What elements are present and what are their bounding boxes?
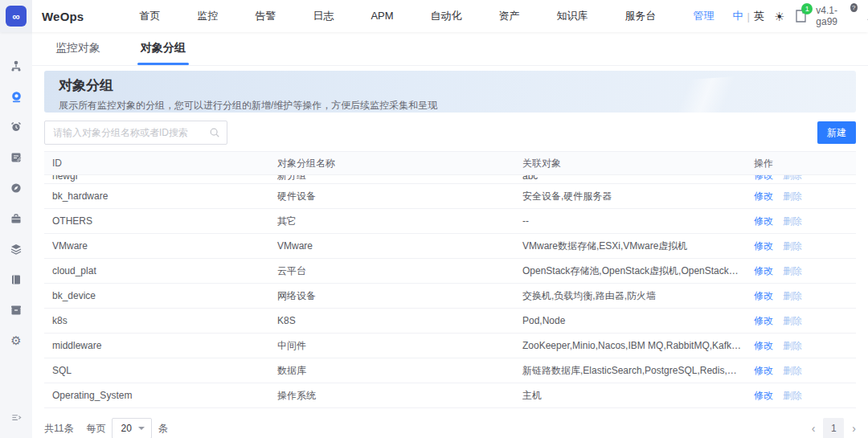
top-nav-item[interactable]: 资产 [481, 0, 538, 32]
sidebar-item-knowledge[interactable] [5, 268, 27, 291]
alarm-clock-icon [10, 121, 23, 133]
col-header-objects: 关联对象 [522, 157, 754, 170]
top-nav-item[interactable]: 服务台 [607, 0, 675, 32]
edit-link[interactable]: 修改 [754, 390, 773, 401]
org-chart-icon [10, 59, 23, 72]
cell-actions: 修改删除 [754, 389, 856, 403]
top-nav: 首页监控告警日志APM自动化资产知识库服务台管理 [121, 0, 732, 32]
per-page-unit: 条 [158, 422, 168, 436]
delete-link[interactable]: 删除 [783, 265, 802, 276]
delete-link[interactable]: 删除 [783, 290, 802, 301]
top-nav-item[interactable]: APM [352, 0, 411, 32]
create-button[interactable]: 新建 [817, 121, 856, 144]
table-row: OTHERS 其它 -- 修改删除 [44, 209, 856, 234]
delete-link[interactable]: 删除 [783, 240, 802, 252]
prev-page-button[interactable]: ‹ [812, 423, 816, 434]
cell-id: bk_hardware [52, 190, 277, 202]
col-header-name: 对象分组名称 [277, 157, 522, 170]
cell-actions: 修改删除 [754, 175, 856, 182]
cell-name: K8S [277, 315, 522, 326]
cell-name: 新分组 [277, 175, 522, 182]
cell-id: middleware [52, 340, 277, 351]
sidebar-item-organization[interactable] [5, 55, 27, 77]
archive-box-icon [10, 304, 23, 317]
tab-bar: 监控对象对象分组 [32, 32, 868, 66]
search-box[interactable] [44, 121, 227, 145]
search-input[interactable] [53, 127, 209, 138]
cell-objects: ZooKeeper,Minio,Nacos,IBM MQ,RabbitMQ,Ka… [522, 340, 754, 351]
top-nav-item[interactable]: 监控 [178, 0, 236, 32]
webcam-icon [10, 90, 23, 104]
cell-actions: 修改删除 [754, 339, 856, 353]
edit-link[interactable]: 修改 [754, 340, 773, 351]
cell-id: SQL [52, 365, 277, 376]
weops-logo-icon: ∞ [6, 6, 27, 27]
edit-link[interactable]: 修改 [754, 365, 773, 376]
edit-link[interactable]: 修改 [754, 290, 773, 301]
delete-link[interactable]: 删除 [783, 340, 802, 351]
sidebar-item-inspection[interactable] [5, 177, 27, 199]
lang-zh[interactable]: 中 [733, 9, 743, 23]
theme-toggle-button[interactable]: ☀ [773, 8, 786, 24]
app-logo[interactable]: ∞ [0, 0, 32, 32]
cell-objects: Pod,Node [522, 315, 754, 326]
cell-objects: 主机 [522, 389, 754, 403]
lang-divider: | [747, 10, 750, 23]
language-toggle[interactable]: 中 | 英 [733, 9, 764, 23]
cell-name: 数据库 [277, 364, 522, 378]
version-help-icon[interactable]: ? [850, 3, 858, 12]
top-nav-item[interactable]: 管理 [675, 0, 733, 32]
delete-link[interactable]: 删除 [783, 215, 802, 227]
edit-link[interactable]: 修改 [754, 315, 773, 326]
edit-link[interactable]: 修改 [754, 240, 773, 252]
cell-id: VMware [52, 240, 277, 252]
cell-name: 云平台 [277, 264, 522, 278]
sidebar-item-report[interactable] [5, 146, 27, 169]
page-number[interactable]: 1 [823, 418, 844, 438]
table-row: cloud_plat 云平台 OpenStack存储池,OpenStack虚拟机… [44, 259, 856, 284]
top-bar: ∞ WeOps 首页监控告警日志APM自动化资产知识库服务台管理 中 | 英 ☀… [0, 0, 868, 32]
lang-en[interactable]: 英 [754, 9, 764, 23]
table-row: k8s K8S Pod,Node 修改删除 [44, 309, 856, 334]
cell-id: OTHERS [52, 215, 277, 227]
delete-link[interactable]: 删除 [783, 190, 802, 202]
sidebar-item-settings[interactable]: ⚙ [5, 330, 27, 352]
page-title: 对象分组 [59, 76, 841, 95]
next-page-button[interactable]: › [852, 423, 856, 434]
delete-link[interactable]: 删除 [783, 390, 802, 401]
top-nav-item[interactable]: 自动化 [412, 0, 481, 32]
cell-objects: 安全设备,硬件服务器 [522, 190, 754, 203]
sidebar-item-alarm[interactable] [5, 116, 27, 138]
sidebar-collapse-button[interactable] [5, 406, 27, 428]
top-nav-item[interactable]: 知识库 [538, 0, 607, 32]
sidebar-item-monitoring[interactable] [5, 85, 27, 108]
brand-title: WeOps [42, 10, 84, 23]
edit-link[interactable]: 修改 [754, 175, 773, 181]
cell-id: bk_device [52, 290, 277, 301]
docs-button[interactable]: 1 [795, 8, 808, 24]
delete-link[interactable]: 删除 [783, 315, 802, 326]
delete-link[interactable]: 删除 [783, 365, 802, 376]
tab[interactable]: 监控对象 [52, 41, 104, 65]
page-banner: 对象分组 展示所有监控对象的分组，您可以进行分组的新增/维护等操作，方便后续监控… [44, 71, 856, 113]
cell-id: Operating_System [52, 390, 277, 401]
delete-link[interactable]: 删除 [783, 175, 802, 181]
sidebar-item-asset[interactable] [5, 299, 27, 321]
top-nav-item[interactable]: 首页 [121, 0, 178, 32]
per-page-select[interactable]: 20 [112, 418, 151, 438]
cell-objects: VMware数据存储,ESXi,VMware虚拟机 [522, 239, 754, 253]
gear-icon: ⚙ [10, 334, 21, 348]
tab[interactable]: 对象分组 [137, 41, 189, 65]
table-row: Operating_System 操作系统 主机 修改删除 [44, 383, 856, 408]
col-header-id: ID [52, 158, 277, 169]
sidebar-item-toolbox[interactable] [5, 207, 27, 230]
cell-actions: 修改删除 [754, 264, 856, 278]
table-row: VMware VMware VMware数据存储,ESXi,VMware虚拟机 … [44, 234, 856, 259]
edit-link[interactable]: 修改 [754, 265, 773, 276]
top-nav-item[interactable]: 日志 [294, 0, 352, 32]
sidebar-item-resources[interactable] [5, 238, 27, 260]
edit-link[interactable]: 修改 [754, 190, 773, 202]
edit-link[interactable]: 修改 [754, 215, 773, 227]
briefcase-icon [10, 212, 23, 225]
top-nav-item[interactable]: 告警 [236, 0, 294, 32]
